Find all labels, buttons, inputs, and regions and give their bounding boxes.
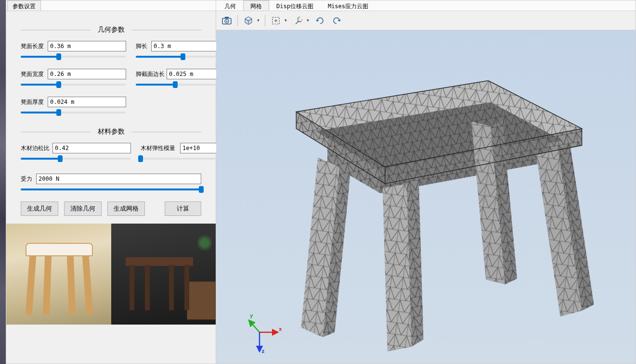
poisson-input[interactable] xyxy=(52,143,131,153)
seat-width-label: 凳面宽度 xyxy=(21,70,46,78)
seat-thick-input[interactable] xyxy=(48,97,126,107)
view-cube-dropdown[interactable]: ▼ xyxy=(257,18,262,23)
seat-length-slider[interactable] xyxy=(21,53,126,60)
seat-width-input[interactable] xyxy=(48,69,126,79)
window-left-edge xyxy=(0,0,6,364)
preview-image-light xyxy=(6,224,111,325)
preview-image-dark xyxy=(111,224,216,325)
force-slider[interactable] xyxy=(21,186,201,193)
coord-axes-icon[interactable]: yx xyxy=(290,14,306,27)
tab-disp[interactable]: Disp位移云图 xyxy=(269,0,321,11)
tab-mises[interactable]: Mises应力云图 xyxy=(321,0,376,11)
svg-text:y: y xyxy=(299,16,300,19)
tab-geometry[interactable]: 几何 xyxy=(217,0,243,11)
panel-content: 几何参数 凳面长度 脚长 xyxy=(6,11,216,221)
geom-section-header: 几何参数 xyxy=(21,25,201,34)
side-tab-bar: 参数设置 xyxy=(6,0,216,11)
side-tab-params[interactable]: 参数设置 xyxy=(7,0,41,11)
force-label: 受力 xyxy=(21,175,34,183)
svg-text:x: x xyxy=(301,18,303,21)
force-input[interactable] xyxy=(36,174,201,184)
compute-button[interactable]: 计算 xyxy=(165,201,201,216)
seat-length-label: 凳面长度 xyxy=(21,42,46,50)
clear-geometry-button[interactable]: 清除几何 xyxy=(64,201,102,216)
leg-length-slider[interactable] xyxy=(136,53,230,60)
seat-length-input[interactable] xyxy=(48,41,126,51)
rotate-ccw-icon[interactable] xyxy=(329,14,344,27)
side-panel: 参数设置 几何参数 凳面长度 脚长 xyxy=(6,0,216,364)
viewport-toolbar: ▼ ▼ yx ▼ xyxy=(216,11,636,30)
rotate-cw-icon[interactable] xyxy=(312,14,328,27)
material-section-title: 材料参数 xyxy=(91,127,131,136)
seat-thick-slider[interactable] xyxy=(21,109,126,116)
generate-geometry-button[interactable]: 生成几何 xyxy=(21,201,58,216)
generate-mesh-button[interactable]: 生成网格 xyxy=(107,201,145,216)
fit-view-dropdown[interactable]: ▼ xyxy=(285,18,289,23)
main-tab-bar: 几何 网格 Disp位移云图 Mises应力云图 xyxy=(216,0,636,11)
camera-icon[interactable] xyxy=(219,14,234,27)
svg-line-37 xyxy=(249,320,260,332)
svg-text:y: y xyxy=(250,313,253,319)
axis-gizmo: x y z xyxy=(240,311,284,354)
geom-section-title: 几何参数 xyxy=(91,25,131,34)
poisson-label: 木材泊松比 xyxy=(21,144,51,152)
material-section-header: 材料参数 xyxy=(21,127,201,136)
main-area: 几何 网格 Disp位移云图 Mises应力云图 ▼ ▼ yx ▼ xyxy=(216,0,636,364)
svg-text:z: z xyxy=(261,348,265,354)
viewport-3d[interactable]: x y z xyxy=(216,30,636,364)
elastic-label: 木材弹性模量 xyxy=(141,144,178,152)
seat-width-slider[interactable] xyxy=(21,81,126,88)
svg-marker-24 xyxy=(383,184,412,351)
tab-mesh[interactable]: 网格 xyxy=(243,0,269,11)
preview-images xyxy=(6,224,216,325)
svg-point-2 xyxy=(226,20,228,22)
coord-axes-dropdown[interactable]: ▼ xyxy=(307,18,312,23)
poisson-slider[interactable] xyxy=(21,155,131,162)
leg-section-label: 脚截面边长 xyxy=(136,70,165,78)
leg-length-label: 脚长 xyxy=(136,42,149,50)
fit-view-icon[interactable] xyxy=(268,14,284,27)
svg-text:x: x xyxy=(279,326,282,332)
view-cube-icon[interactable] xyxy=(241,14,256,27)
seat-thick-label: 凳面厚度 xyxy=(21,98,46,106)
svg-rect-3 xyxy=(225,17,229,18)
